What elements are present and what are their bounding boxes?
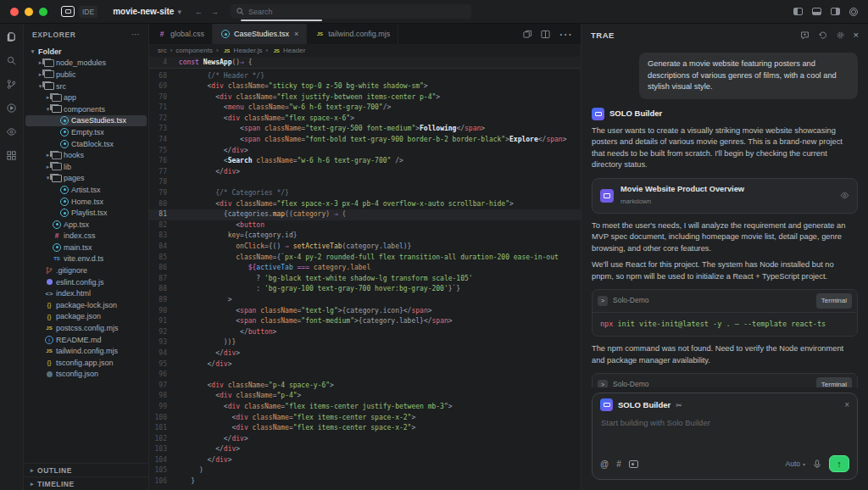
outline-section[interactable]: ▸ OUTLINE bbox=[24, 463, 148, 476]
code-line[interactable]: 74 <span className="font-bold text-gray-… bbox=[149, 135, 581, 146]
composer-input[interactable]: Start building with Solo Builder bbox=[593, 416, 857, 450]
code-line[interactable]: 92 </button> bbox=[149, 327, 581, 338]
ide-mode-button[interactable]: IDE bbox=[79, 6, 97, 18]
code-line[interactable]: 90 <span className="text-lg">{category.i… bbox=[149, 306, 581, 317]
layout-columns-icon[interactable] bbox=[541, 30, 550, 39]
code-line[interactable]: 99 <div className="flex items-center jus… bbox=[149, 402, 581, 413]
split-editor-icon[interactable] bbox=[523, 30, 532, 39]
breadcrumb-item[interactable]: components bbox=[175, 47, 213, 54]
document-card[interactable]: Movie Website Product Overview markdown bbox=[592, 178, 858, 214]
code-line[interactable]: 71 <menu className="w-6 h-6 text-gray-70… bbox=[149, 103, 581, 114]
solo-mode-button[interactable] bbox=[61, 6, 75, 17]
forward-button[interactable]: → bbox=[211, 8, 219, 16]
global-search-input[interactable]: Search bbox=[231, 4, 471, 19]
microphone-icon[interactable] bbox=[813, 459, 821, 469]
search-activity-button[interactable] bbox=[6, 55, 17, 66]
code-line[interactable]: 86 ${activeTab === category.label bbox=[149, 263, 581, 274]
explorer-item-ctablock-tsx[interactable]: CtaBlock.tsx bbox=[25, 138, 147, 150]
model-mode-select[interactable]: Auto ▾ bbox=[785, 459, 805, 468]
breadcrumb-item[interactable]: JSHeader bbox=[271, 46, 305, 56]
toggle-bottom-panel-button[interactable] bbox=[812, 8, 821, 15]
explorer-item-tailwind-config-mjs[interactable]: JStailwind.config.mjs bbox=[25, 345, 147, 357]
explorer-item-main-tsx[interactable]: main.tsx bbox=[25, 242, 147, 253]
explorer-more-icon[interactable]: ⋯ bbox=[131, 32, 140, 37]
code-line[interactable]: 76 <Search className="w-6 h-6 text-gray-… bbox=[149, 156, 581, 167]
explorer-item-empty-tsx[interactable]: Empty.tsx bbox=[25, 126, 147, 138]
explorer-item-home-tsx[interactable]: Home.tsx bbox=[25, 196, 147, 208]
explorer-item-folder[interactable]: ▾Folder bbox=[25, 46, 147, 58]
explorer-item-casestudies-tsx[interactable]: CaseStudies.tsx bbox=[25, 115, 147, 127]
close-tab-icon[interactable]: × bbox=[294, 30, 298, 38]
explorer-item-eslint-config-js[interactable]: eslint.config.js bbox=[25, 276, 147, 288]
code-line[interactable]: 77 </div> bbox=[149, 167, 581, 178]
explorer-item-public[interactable]: ▸public bbox=[25, 69, 147, 81]
explorer-item-src[interactable]: ▾src bbox=[25, 81, 147, 92]
explorer-item--gitignore[interactable]: .gitignore bbox=[25, 264, 147, 276]
explorer-item-artist-tsx[interactable]: Artist.tsx bbox=[25, 184, 147, 196]
breadcrumb-item[interactable]: JSHeader.js bbox=[222, 46, 263, 56]
source-control-activity-button[interactable] bbox=[6, 79, 17, 90]
code-line[interactable]: 78 bbox=[149, 177, 581, 188]
preview-activity-button[interactable] bbox=[6, 126, 17, 137]
extensions-activity-button[interactable] bbox=[6, 150, 17, 161]
send-button[interactable]: ↑ bbox=[829, 455, 849, 472]
code-line[interactable]: 101 <div className="flex items-center sp… bbox=[149, 423, 581, 434]
toggle-right-panel-button[interactable] bbox=[831, 8, 840, 15]
code-line[interactable]: 75 </div> bbox=[149, 146, 581, 157]
sticky-scroll-line[interactable]: 4 const NewsApp()⇒ { bbox=[149, 57, 581, 69]
preview-eye-icon[interactable] bbox=[840, 191, 849, 200]
terminal-badge[interactable]: Terminal bbox=[816, 377, 852, 387]
code-line[interactable]: 102 </div> bbox=[149, 434, 581, 445]
explorer-item-node-modules[interactable]: ▸node_modules bbox=[25, 58, 147, 70]
explorer-item-tsconfig-app-json[interactable]: {}tsconfig.app.json bbox=[25, 357, 147, 369]
run-debug-activity-button[interactable] bbox=[6, 103, 17, 114]
close-panel-icon[interactable]: × bbox=[854, 30, 859, 40]
tab-casestudies-tsx[interactable]: CaseStudies.tsx× bbox=[213, 24, 307, 44]
context-hash-icon[interactable]: # bbox=[616, 459, 621, 469]
code-line[interactable]: 103 </div> bbox=[149, 444, 581, 455]
maximize-window-button[interactable] bbox=[39, 8, 47, 16]
terminal-card[interactable]: > Solo-Demo Terminal npm install bbox=[592, 373, 858, 387]
code-line[interactable]: 105 ) bbox=[149, 465, 581, 476]
code-line[interactable]: 98 <div className="p-4"> bbox=[149, 391, 581, 402]
code-line[interactable]: 94 </div> bbox=[149, 348, 581, 359]
explorer-item-vite-env-d-ts[interactable]: TSvite.env.d.ts bbox=[25, 253, 147, 265]
tab-global-css[interactable]: #global.css bbox=[149, 24, 213, 44]
composer-close-icon[interactable]: × bbox=[844, 400, 849, 409]
timeline-section[interactable]: ▸ TIMELINE bbox=[24, 476, 148, 490]
toggle-left-panel-button[interactable] bbox=[793, 8, 803, 15]
history-icon[interactable] bbox=[818, 31, 827, 40]
code-line[interactable]: 80 <div className="flex space-x-3 px-4 p… bbox=[149, 199, 581, 210]
project-switcher[interactable]: movie-new-site ▾ bbox=[113, 7, 181, 16]
explorer-item-readme-md[interactable]: README.md bbox=[25, 334, 147, 346]
code-line[interactable]: 85 className={`px-4 py-2 rounded-full fl… bbox=[149, 253, 581, 264]
tab-tailwind-config-mjs[interactable]: JStailwind.config.mjs bbox=[307, 24, 398, 44]
code-line[interactable]: 72 <div className="flex space-x-6"> bbox=[149, 114, 581, 125]
code-line[interactable]: 81 {categories.map((category) ⇒ ( bbox=[149, 209, 581, 220]
account-icon[interactable] bbox=[849, 8, 858, 16]
mention-icon[interactable]: @ bbox=[600, 459, 609, 469]
attach-image-icon[interactable] bbox=[629, 460, 638, 468]
minimize-window-button[interactable] bbox=[25, 8, 33, 16]
explorer-item-package-json[interactable]: {}package.json bbox=[25, 311, 147, 323]
explorer-activity-button[interactable] bbox=[6, 31, 17, 42]
close-window-button[interactable] bbox=[10, 8, 19, 16]
back-button[interactable]: ← bbox=[195, 8, 203, 16]
explorer-item-app[interactable]: ▸app bbox=[25, 92, 147, 103]
code-line[interactable]: 93 ))} bbox=[149, 337, 581, 348]
settings-gear-icon[interactable] bbox=[836, 31, 845, 40]
terminal-card[interactable]: > Solo-Demo Terminal npx init vite-init@… bbox=[592, 289, 858, 337]
code-line[interactable]: 79 {/* Categories */} bbox=[149, 188, 581, 199]
code-line[interactable]: 91 <span className="font-medium">{catego… bbox=[149, 316, 581, 327]
code-line[interactable]: 83 key={category.id} bbox=[149, 231, 581, 242]
explorer-item-playlist-tsx[interactable]: Playlist.tsx bbox=[25, 207, 147, 219]
code-line[interactable]: 82 <button bbox=[149, 220, 581, 231]
code-line[interactable]: 68 {/* Header */} bbox=[149, 71, 581, 82]
code-line[interactable]: 87 ? 'bg-black text-white shadow-lg tran… bbox=[149, 274, 581, 285]
code-line[interactable]: 96 bbox=[149, 370, 581, 381]
code-line[interactable]: 89 > bbox=[149, 295, 581, 306]
chat-scroll-area[interactable]: Generate a movie website featuring poste… bbox=[581, 46, 868, 387]
terminal-badge[interactable]: Terminal bbox=[816, 293, 852, 309]
code-line[interactable]: 88 : 'bg-gray-100 text-gray-700 hover:bg… bbox=[149, 284, 581, 295]
explorer-item-tsconfig-json[interactable]: tsconfig.json bbox=[25, 369, 147, 381]
